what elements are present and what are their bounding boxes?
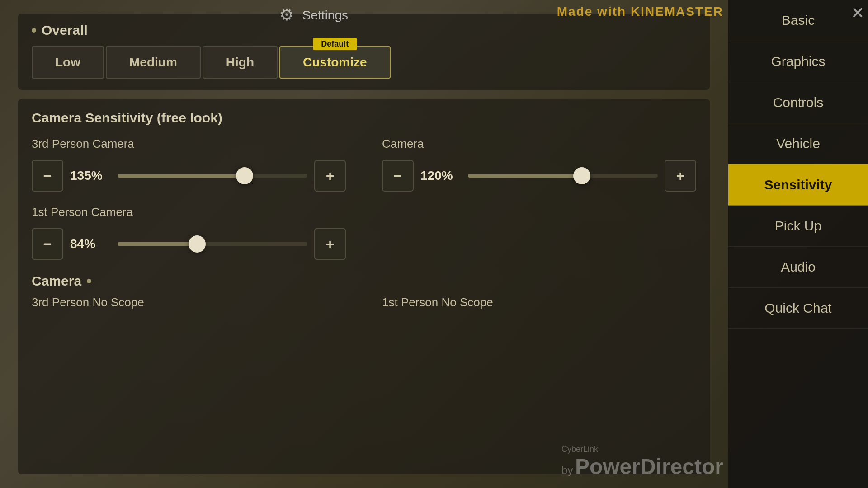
slider-fill-camera [468, 174, 582, 178]
quality-medium-button[interactable]: Medium [106, 46, 201, 79]
camera-section: Camera 3rd Person No Scope 1st Person No… [32, 273, 696, 310]
sensitivity-title: Camera Sensitivity (free look) [32, 110, 696, 126]
watermark-top: Made with KINEMASTER [557, 5, 723, 19]
sidebar-item-graphics[interactable]: Graphics [728, 41, 868, 82]
sidebar-item-controls[interactable]: Controls [728, 82, 868, 123]
by-label: by [561, 464, 573, 476]
power-director-row: by PowerDirector [561, 454, 723, 479]
sidebar-item-sensitivity[interactable]: Sensitivity [728, 164, 868, 206]
slider-container-camera: − 120% + [382, 160, 696, 192]
slider-plus-camera[interactable]: + [665, 160, 696, 192]
power-director-label: PowerDirector [575, 455, 723, 479]
slider-minus-camera[interactable]: − [382, 160, 414, 192]
sidebar-item-audio[interactable]: Audio [728, 247, 868, 288]
slider-container-1st: − 84% + [32, 228, 346, 260]
slider-title-3rd-person: 3rd Person Camera [32, 137, 346, 151]
watermark-prefix: Made with [557, 5, 631, 19]
scope-row: 3rd Person No Scope 1st Person No Scope [32, 296, 696, 310]
scope-label-1st: 1st Person No Scope [382, 296, 696, 310]
quality-high-button[interactable]: High [203, 46, 278, 79]
slider-thumb-1st[interactable] [189, 235, 206, 253]
sliders-row-2: 1st Person Camera − 84% + [32, 205, 696, 260]
sidebar-item-basic[interactable]: Basic [728, 0, 868, 41]
sensitivity-section: Camera Sensitivity (free look) 3rd Perso… [18, 99, 710, 474]
slider-track-3rd[interactable] [118, 174, 307, 178]
slider-title-1st-person: 1st Person Camera [32, 205, 346, 219]
watermark-kinemaster: KINEMASTER [631, 5, 723, 19]
quality-customize-button[interactable]: Default Customize [279, 46, 391, 79]
slider-value-1st: 84% [70, 237, 111, 251]
slider-minus-3rd[interactable]: − [32, 160, 63, 192]
watermark-bottom: CyberLink by PowerDirector [561, 445, 723, 479]
default-badge: Default [313, 38, 357, 50]
slider-value-camera: 120% [420, 169, 461, 183]
slider-track-camera[interactable] [468, 174, 658, 178]
main-content: Overall Low Medium High Default Customiz… [0, 0, 728, 488]
sliders-row-1: 3rd Person Camera − 135% + Camera − 120% [32, 137, 696, 192]
close-icon[interactable]: ✕ [851, 4, 864, 23]
overall-dot [32, 28, 36, 33]
slider-title-camera: Camera [382, 137, 696, 151]
slider-fill-1st [118, 242, 197, 246]
slider-group-1st-person: 1st Person Camera − 84% + [32, 205, 346, 260]
scope-label-3rd: 3rd Person No Scope [32, 296, 346, 310]
sidebar-item-pickup[interactable]: Pick Up [728, 206, 868, 247]
slider-container-3rd: − 135% + [32, 160, 346, 192]
sidebar-item-vehicle[interactable]: Vehicle [728, 123, 868, 164]
sidebar: Basic Graphics Controls Vehicle Sensitiv… [728, 0, 868, 488]
quality-buttons: Low Medium High Default Customize [32, 46, 696, 79]
slider-group-empty [382, 205, 696, 260]
slider-track-1st[interactable] [118, 242, 307, 246]
overall-section: Overall Low Medium High Default Customiz… [18, 14, 710, 90]
settings-label: Settings [302, 8, 348, 23]
slider-thumb-camera[interactable] [573, 167, 590, 184]
quality-low-button[interactable]: Low [32, 46, 104, 79]
slider-plus-3rd[interactable]: + [314, 160, 346, 192]
slider-thumb-3rd[interactable] [236, 167, 253, 184]
camera-section-title: Camera [32, 273, 696, 289]
sidebar-item-quickchat[interactable]: Quick Chat [728, 288, 868, 329]
cyberlink-label: CyberLink [561, 445, 723, 454]
slider-value-3rd: 135% [70, 169, 111, 183]
gear-icon: ⚙ [279, 5, 294, 24]
slider-group-camera: Camera − 120% + [382, 137, 696, 192]
overall-title: Overall [32, 23, 696, 38]
slider-plus-1st[interactable]: + [314, 228, 346, 260]
slider-fill-3rd [118, 174, 245, 178]
slider-minus-1st[interactable]: − [32, 228, 63, 260]
camera-dot [87, 279, 91, 283]
slider-group-3rd-person: 3rd Person Camera − 135% + [32, 137, 346, 192]
